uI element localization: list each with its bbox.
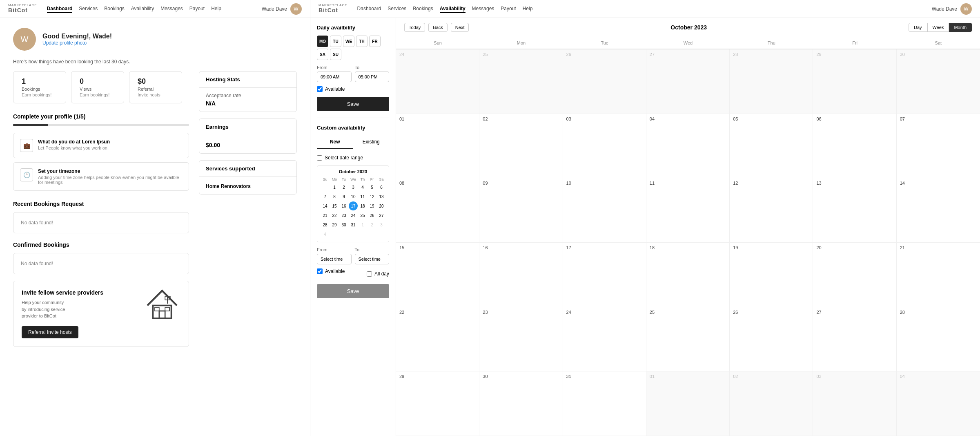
cal-cell[interactable]: 8: [330, 192, 339, 201]
daily-to-select[interactable]: 05:00 PM: [355, 72, 390, 82]
cal-day[interactable]: 02: [479, 114, 563, 179]
cal-cell[interactable]: 9: [339, 192, 348, 201]
day-mo[interactable]: MO: [317, 36, 328, 47]
cal-day[interactable]: 02: [730, 371, 813, 436]
cal-cell[interactable]: 18: [358, 201, 367, 210]
nav-dashboard[interactable]: Dashboard: [47, 5, 73, 13]
cal-day[interactable]: 25: [479, 49, 563, 114]
cal-day[interactable]: 08: [396, 178, 479, 243]
day-sa[interactable]: SA: [317, 49, 328, 60]
cal-day[interactable]: 29: [813, 49, 896, 114]
rnav-help[interactable]: Help: [523, 5, 533, 13]
cal-day[interactable]: 03: [563, 114, 646, 179]
update-photo-link[interactable]: Update profile photo: [42, 40, 112, 46]
cal-day[interactable]: 25: [646, 307, 730, 372]
cal-day[interactable]: 01: [396, 114, 479, 179]
cal-cell[interactable]: 2: [339, 183, 348, 192]
cal-cell[interactable]: 7: [321, 192, 330, 201]
cal-cell[interactable]: 2: [368, 220, 376, 229]
cal-cell[interactable]: 20: [377, 201, 386, 210]
cal-cell[interactable]: 29: [330, 220, 339, 229]
day-fr[interactable]: FR: [369, 36, 381, 47]
tab-new[interactable]: New: [317, 136, 353, 149]
rnav-messages[interactable]: Messages: [472, 5, 494, 13]
cal-day[interactable]: 27: [813, 307, 896, 372]
profile-item-work[interactable]: 💼 What do you do at Loren Ipsun Let Peop…: [13, 133, 189, 158]
cal-day[interactable]: 01: [646, 371, 730, 436]
cal-day[interactable]: 07: [897, 114, 980, 179]
cal-cell[interactable]: 30: [339, 220, 348, 229]
rnav-availability[interactable]: Availability: [440, 5, 466, 13]
nav-availability[interactable]: Availability: [131, 5, 154, 13]
cal-cell[interactable]: 11: [358, 192, 367, 201]
day-th[interactable]: TH: [356, 36, 368, 47]
daily-save-button[interactable]: Save: [317, 97, 389, 111]
cal-day[interactable]: 09: [479, 178, 563, 243]
cal-cell-today[interactable]: 17: [349, 201, 358, 210]
cal-cell[interactable]: 14: [321, 201, 330, 210]
nav-bookings[interactable]: Bookings: [104, 5, 124, 13]
cal-day[interactable]: 24: [563, 307, 646, 372]
cal-cell[interactable]: 1: [330, 183, 339, 192]
cal-day[interactable]: 05: [730, 114, 813, 179]
custom-save-button[interactable]: Save: [317, 284, 389, 298]
cal-back-btn[interactable]: Back: [428, 23, 447, 32]
cal-today-btn[interactable]: Today: [404, 23, 425, 32]
cal-day[interactable]: 04: [897, 371, 980, 436]
cal-cell[interactable]: 27: [377, 211, 386, 220]
rnav-payout[interactable]: Payout: [501, 5, 516, 13]
cal-cell[interactable]: 15: [330, 201, 339, 210]
cal-day[interactable]: 15: [396, 243, 479, 307]
cal-cell[interactable]: 28: [321, 220, 330, 229]
cal-day[interactable]: 30: [479, 371, 563, 436]
cal-day[interactable]: 13: [813, 178, 896, 243]
cal-cell[interactable]: 3: [349, 183, 358, 192]
view-month-btn[interactable]: Month: [949, 23, 972, 32]
cal-cell[interactable]: 26: [368, 211, 376, 220]
nav-messages[interactable]: Messages: [160, 5, 183, 13]
cal-day[interactable]: 21: [897, 243, 980, 307]
cal-next-btn[interactable]: Next: [451, 23, 469, 32]
cal-cell[interactable]: 6: [377, 183, 386, 192]
custom-from-select[interactable]: Select time: [317, 254, 352, 264]
cal-day[interactable]: 11: [646, 178, 730, 243]
cal-day[interactable]: 31: [563, 371, 646, 436]
cal-day[interactable]: 04: [646, 114, 730, 179]
cal-cell[interactable]: 16: [339, 201, 348, 210]
cal-day[interactable]: 28: [897, 307, 980, 372]
cal-cell[interactable]: 21: [321, 211, 330, 220]
cal-day[interactable]: 20: [813, 243, 896, 307]
cal-day[interactable]: 06: [813, 114, 896, 179]
cal-day[interactable]: 10: [563, 178, 646, 243]
cal-cell[interactable]: 12: [368, 192, 376, 201]
cal-cell[interactable]: [321, 183, 330, 192]
referral-button[interactable]: Referral Invite hosts: [22, 326, 78, 338]
day-we[interactable]: WE: [343, 36, 354, 47]
date-range-checkbox[interactable]: [317, 155, 322, 161]
view-day-btn[interactable]: Day: [909, 23, 927, 32]
cal-day[interactable]: 18: [646, 243, 730, 307]
cal-day[interactable]: 26: [563, 49, 646, 114]
daily-from-select[interactable]: 09:00 AM: [317, 72, 352, 82]
cal-day[interactable]: 29: [396, 371, 479, 436]
cal-cell[interactable]: 10: [349, 192, 358, 201]
cal-cell[interactable]: 4: [321, 230, 330, 239]
rnav-bookings[interactable]: Bookings: [413, 5, 433, 13]
custom-to-select[interactable]: Select time: [355, 254, 390, 264]
cal-cell[interactable]: 31: [349, 220, 358, 229]
cal-day[interactable]: 27: [646, 49, 730, 114]
cal-cell[interactable]: 1: [358, 220, 367, 229]
tab-existing[interactable]: Existing: [353, 136, 390, 149]
daily-available-checkbox[interactable]: [317, 86, 323, 92]
cal-cell[interactable]: 24: [349, 211, 358, 220]
rnav-dashboard[interactable]: Dashboard: [357, 5, 381, 13]
cal-day[interactable]: 12: [730, 178, 813, 243]
cal-day[interactable]: 24: [396, 49, 479, 114]
view-week-btn[interactable]: Week: [927, 23, 949, 32]
cal-day[interactable]: 17: [563, 243, 646, 307]
cal-cell[interactable]: 23: [339, 211, 348, 220]
nav-services[interactable]: Services: [79, 5, 98, 13]
cal-day[interactable]: 03: [813, 371, 896, 436]
profile-item-timezone[interactable]: 🕐 Set your timezone Adding your time zon…: [13, 162, 189, 191]
rnav-services[interactable]: Services: [388, 5, 406, 13]
